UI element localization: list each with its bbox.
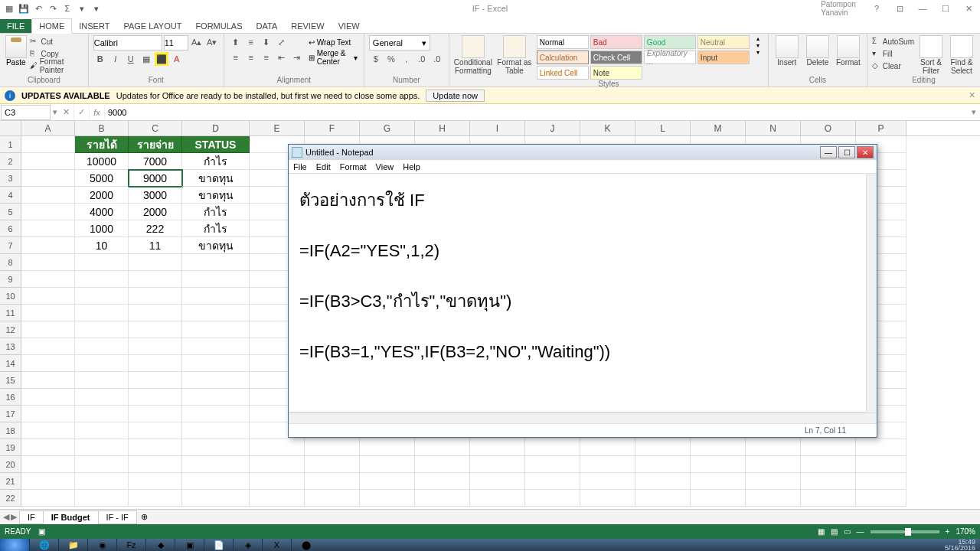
col-header-D[interactable]: D <box>182 121 250 135</box>
undo-icon[interactable]: ↶ <box>32 2 44 15</box>
cell-D5[interactable]: กำไร <box>182 204 250 220</box>
cell-B17[interactable] <box>75 406 129 422</box>
cell-P20[interactable] <box>856 456 906 473</box>
sheet-tab-if-budget[interactable]: IF Budget <box>43 510 99 524</box>
cell-E19[interactable] <box>250 439 305 456</box>
align-middle-icon[interactable]: ≡ <box>244 35 258 49</box>
font-color-button[interactable]: A <box>170 52 184 66</box>
row-header-8[interactable]: 8 <box>0 254 21 271</box>
cell-K19[interactable] <box>580 439 635 456</box>
cell-C22[interactable] <box>129 490 182 507</box>
row-header-16[interactable]: 16 <box>0 389 21 406</box>
cell-L22[interactable] <box>635 490 691 507</box>
cell-P21[interactable] <box>856 473 906 490</box>
cell-C14[interactable] <box>129 355 182 372</box>
style-linked-cell[interactable]: Linked Cell <box>537 66 589 80</box>
cell-C2[interactable]: 7000 <box>129 153 182 170</box>
taskbar-app6-icon[interactable]: ▣ <box>175 539 204 551</box>
cell-A1[interactable] <box>21 136 75 153</box>
cell-A15[interactable] <box>21 372 75 389</box>
border-button[interactable]: ▦ <box>139 52 153 66</box>
cancel-formula-icon[interactable]: ✕ <box>59 105 74 120</box>
system-tray[interactable]: 15:495/16/2016 <box>940 539 980 551</box>
cell-P22[interactable] <box>856 490 906 507</box>
np-scrollbar-h[interactable] <box>289 412 877 423</box>
cell-N20[interactable] <box>746 456 801 473</box>
row-header-6[interactable]: 6 <box>0 220 21 237</box>
clear-button[interactable]: ◇Clear <box>872 60 914 72</box>
cell-J21[interactable] <box>525 473 580 490</box>
zoom-level[interactable]: 170% <box>956 527 975 536</box>
cell-A10[interactable] <box>21 288 75 305</box>
wrap-text-button[interactable]: ↩Wrap Text <box>307 35 359 49</box>
cell-H19[interactable] <box>415 439 470 456</box>
shrink-font-icon[interactable]: A▾ <box>205 35 219 49</box>
cell-J19[interactable] <box>525 439 580 456</box>
underline-button[interactable]: U <box>124 52 138 66</box>
cell-A2[interactable] <box>21 153 75 170</box>
cell-F21[interactable] <box>305 473 360 490</box>
row-header-11[interactable]: 11 <box>0 305 21 321</box>
cell-A21[interactable] <box>21 473 75 490</box>
align-left-icon[interactable]: ≡ <box>229 51 243 64</box>
cell-L19[interactable] <box>635 439 691 456</box>
tab-home[interactable]: HOME <box>31 18 72 34</box>
cell-D3[interactable]: ขาดทุน <box>182 170 250 187</box>
col-header-H[interactable]: H <box>415 121 470 135</box>
col-header-J[interactable]: J <box>525 121 580 135</box>
help-icon[interactable]: ? <box>865 0 888 17</box>
cell-L21[interactable] <box>635 473 691 490</box>
taskbar-filezilla-icon[interactable]: Fz <box>116 539 145 551</box>
cell-A17[interactable] <box>21 406 75 422</box>
row-header-5[interactable]: 5 <box>0 204 21 220</box>
cell-O21[interactable] <box>801 473 856 490</box>
cell-A4[interactable] <box>21 187 75 204</box>
np-menu-file[interactable]: File <box>293 162 307 171</box>
cell-D13[interactable] <box>182 338 250 355</box>
cell-B2[interactable]: 10000 <box>75 153 129 170</box>
cell-J22[interactable] <box>525 490 580 507</box>
row-header-2[interactable]: 2 <box>0 153 21 170</box>
style-note[interactable]: Note <box>590 66 642 80</box>
cell-B7[interactable]: 10 <box>75 237 129 254</box>
cell-G19[interactable] <box>360 439 415 456</box>
cell-D9[interactable] <box>182 271 250 288</box>
dec-decimal-icon[interactable]: .0 <box>430 52 444 66</box>
np-maximize-icon[interactable]: ☐ <box>838 146 855 158</box>
cell-C8[interactable] <box>129 254 182 271</box>
np-menu-help[interactable]: Help <box>403 162 420 171</box>
cell-P19[interactable] <box>856 439 906 456</box>
format-as-table-button[interactable]: Format as Table <box>495 35 534 75</box>
fill-button[interactable]: ▾Fill <box>872 47 914 60</box>
italic-button[interactable]: I <box>109 52 122 66</box>
merge-center-button[interactable]: ⊞Merge & Center ▾ <box>307 51 359 64</box>
number-format-select[interactable]: General▾ <box>369 35 430 51</box>
cell-C3[interactable]: 9000 <box>129 170 182 187</box>
cell-C15[interactable] <box>129 372 182 389</box>
cell-C18[interactable] <box>129 422 182 439</box>
cell-N21[interactable] <box>746 473 801 490</box>
style-neutral[interactable]: Neutral <box>697 35 750 49</box>
zoom-in-icon[interactable]: + <box>946 527 950 536</box>
row-header-4[interactable]: 4 <box>0 187 21 204</box>
row-header-10[interactable]: 10 <box>0 288 21 305</box>
col-header-E[interactable]: E <box>250 121 305 135</box>
cell-D20[interactable] <box>182 456 250 473</box>
cell-B16[interactable] <box>75 389 129 406</box>
cell-D16[interactable] <box>182 389 250 406</box>
cell-B19[interactable] <box>75 439 129 456</box>
delete-cells-button[interactable]: Delete <box>804 35 831 67</box>
sheet-nav-next-icon[interactable]: ▶ <box>11 512 17 522</box>
style-check-cell[interactable]: Check Cell <box>590 51 642 64</box>
taskbar-explorer-icon[interactable]: 📁 <box>58 539 87 551</box>
enter-formula-icon[interactable]: ✓ <box>74 105 90 120</box>
cell-C20[interactable] <box>129 456 182 473</box>
conditional-formatting-button[interactable]: Conditional Formatting <box>454 35 492 75</box>
align-right-icon[interactable]: ≡ <box>260 51 273 64</box>
cell-I19[interactable] <box>470 439 525 456</box>
find-select-button[interactable]: Find & Select <box>948 35 975 75</box>
fill-color-button[interactable]: ⬛ <box>155 52 168 66</box>
cell-D18[interactable] <box>182 422 250 439</box>
cell-C4[interactable]: 3000 <box>129 187 182 204</box>
cell-G21[interactable] <box>360 473 415 490</box>
